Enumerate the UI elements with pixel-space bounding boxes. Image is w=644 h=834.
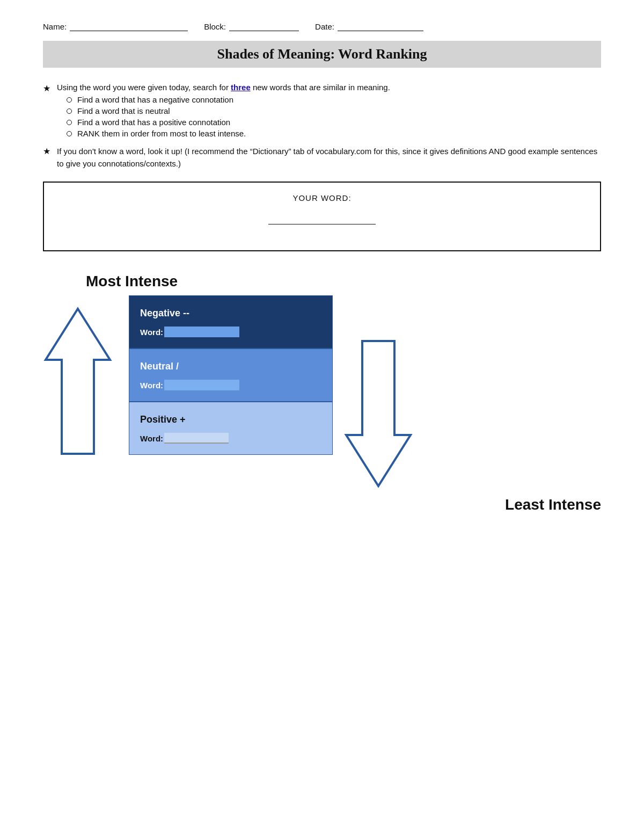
- three-link[interactable]: three: [231, 83, 251, 92]
- name-label: Name:: [43, 22, 67, 31]
- up-arrow-icon: [43, 306, 113, 456]
- instruction-text-prefix: Using the word you were given today, sea…: [57, 83, 231, 92]
- rank-row-neutral: Neutral / Word:: [129, 349, 333, 402]
- negative-label: Negative --: [140, 308, 321, 319]
- neutral-word-field[interactable]: Word:: [140, 380, 321, 390]
- circle-bullet-icon: [67, 108, 72, 114]
- svg-marker-1: [346, 341, 411, 486]
- name-underline: [70, 21, 188, 31]
- header-fields: Name: Block: Date:: [43, 21, 601, 31]
- list-item: Find a word that is neutral: [67, 106, 390, 115]
- arrow-down-container: [343, 338, 413, 489]
- block-label: Block:: [204, 22, 226, 31]
- date-label: Date:: [315, 22, 334, 31]
- arrow-up-container: [43, 306, 113, 456]
- negative-word-input[interactable]: [164, 327, 239, 337]
- least-intense-label: Least Intense: [43, 496, 601, 513]
- neutral-word-input[interactable]: [164, 380, 239, 390]
- star-icon-1: ★: [43, 83, 50, 93]
- ranking-layout: Negative -- Word: Neutral / Word:: [43, 295, 601, 489]
- date-underline: [338, 21, 423, 31]
- neutral-label: Neutral /: [140, 361, 321, 372]
- instruction-text-2: If you don't know a word, look it up! (I…: [57, 147, 597, 168]
- negative-word-field[interactable]: Word:: [140, 327, 321, 337]
- block-underline: [229, 21, 299, 31]
- instruction-text-suffix: new words that are similar in meaning.: [251, 83, 390, 92]
- star-icon-2: ★: [43, 146, 50, 156]
- instructions-section: ★ Using the word you were given today, s…: [43, 83, 601, 170]
- positive-word-input[interactable]: [164, 433, 229, 444]
- circle-bullet-icon: [67, 120, 72, 125]
- circle-bullet-icon: [67, 131, 72, 136]
- ranking-section: Most Intense Negative -- Word:: [43, 273, 601, 513]
- circle-bullet-icon: [67, 97, 72, 103]
- ranking-table: Negative -- Word: Neutral / Word:: [129, 295, 333, 455]
- positive-word-field[interactable]: Word:: [140, 433, 321, 444]
- word-box: YOUR WORD:: [43, 182, 601, 251]
- rank-row-positive: Positive + Word:: [129, 402, 333, 455]
- instruction-bullet-1: ★ Using the word you were given today, s…: [43, 83, 601, 140]
- instruction-bullet-2: ★ If you don't know a word, look it up! …: [43, 146, 601, 170]
- down-arrow-icon: [343, 338, 413, 489]
- title-box: Shades of Meaning: Word Ranking: [43, 41, 601, 68]
- word-input-line[interactable]: [268, 224, 376, 224]
- most-intense-label: Most Intense: [86, 273, 601, 290]
- positive-label: Positive +: [140, 414, 321, 425]
- svg-marker-0: [46, 309, 110, 454]
- list-item: RANK them in order from most to least in…: [67, 129, 390, 138]
- rank-row-negative: Negative -- Word:: [129, 295, 333, 349]
- list-item: Find a word that has a negative connotat…: [67, 95, 390, 104]
- list-item: Find a word that has a positive connotat…: [67, 118, 390, 127]
- word-box-label: YOUR WORD:: [292, 193, 351, 202]
- sub-instruction-list: Find a word that has a negative connotat…: [67, 95, 390, 138]
- page-title: Shades of Meaning: Word Ranking: [54, 46, 590, 62]
